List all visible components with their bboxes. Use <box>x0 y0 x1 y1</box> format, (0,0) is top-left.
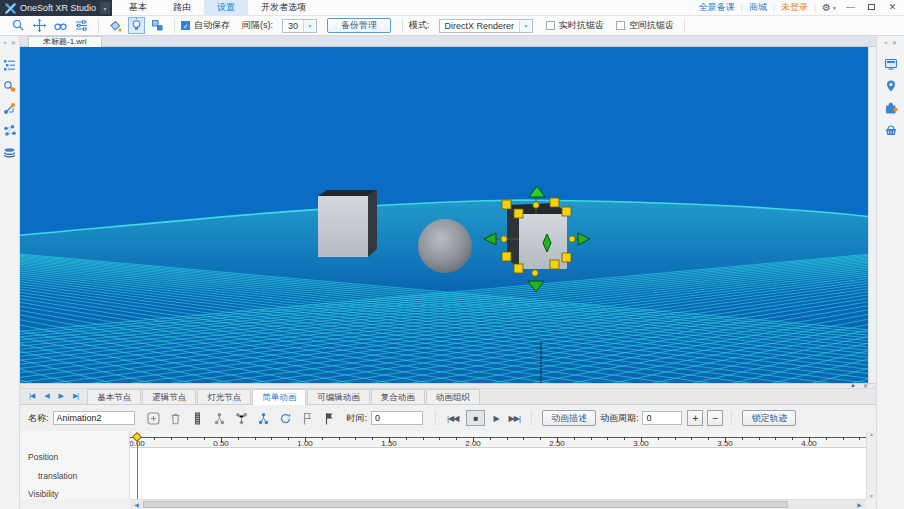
settings-gear-button[interactable]: ⚙ ▼ <box>822 2 837 13</box>
tab-light-nodes[interactable]: 灯光节点 <box>197 389 251 404</box>
rewind-button[interactable]: |◀◀ <box>447 414 458 423</box>
delete-keyframe-button[interactable] <box>167 410 184 427</box>
zoom-tool-button[interactable] <box>10 17 27 34</box>
stop-button[interactable]: ■ <box>466 410 485 426</box>
collapse-right-icon[interactable]: » <box>884 39 887 46</box>
3d-viewport[interactable] <box>20 47 868 383</box>
tab-composite-animation[interactable]: 复合动画 <box>371 389 425 404</box>
track-position[interactable]: Position <box>28 452 58 462</box>
tab-prev-button[interactable]: ◀ <box>44 392 48 400</box>
library-panel-button[interactable] <box>884 57 898 71</box>
close-panel-icon[interactable]: ✕ <box>11 39 16 46</box>
app-logo-area[interactable]: OneSoft XR Studio ▾ <box>0 0 112 16</box>
scene-search-button[interactable] <box>3 79 17 93</box>
animation-name-input[interactable] <box>53 411 135 425</box>
time-input[interactable] <box>371 411 423 425</box>
app-title: OneSoft XR Studio <box>20 3 96 13</box>
store-link[interactable]: 商城 <box>749 1 767 14</box>
view-tool-button[interactable] <box>52 17 69 34</box>
ruler-tick <box>507 437 508 440</box>
scroll-left-icon[interactable]: ◀ <box>130 501 143 508</box>
animation-describe-button[interactable]: 动画描述 <box>542 410 596 426</box>
timeline-horizontal-scrollbar[interactable]: ◀ ▶ <box>130 499 866 509</box>
scroll-down-icon[interactable]: ▼ <box>869 493 874 499</box>
auto-save-checkbox[interactable]: ✓ <box>181 21 190 30</box>
node-mode3-button[interactable] <box>255 410 272 427</box>
scrollbar-thumb[interactable] <box>143 501 788 508</box>
app-menu-caret-icon[interactable]: ▾ <box>100 2 110 14</box>
lock-track-button[interactable]: 锁定轨迹 <box>742 410 796 426</box>
ruler-tick <box>792 437 793 440</box>
fast-forward-button[interactable]: ▶▶| <box>509 414 520 423</box>
close-button[interactable]: ✕ <box>885 0 900 15</box>
timeline-ruler[interactable]: 0.000.501.001.502.002.503.003.504.00 <box>130 431 866 448</box>
track-area[interactable] <box>130 448 866 499</box>
tab-simple-animation[interactable]: 简单动画 <box>252 389 306 405</box>
light-toggle-button[interactable] <box>128 17 145 34</box>
adjust-tool-button[interactable] <box>73 17 90 34</box>
keyframe-list-button[interactable] <box>189 410 206 427</box>
backup-manage-button[interactable]: 备份管理 <box>327 18 391 33</box>
flag-start-button[interactable] <box>299 410 316 427</box>
menu-basic[interactable]: 基本 <box>116 0 160 15</box>
ruler-label: 1.00 <box>297 439 313 448</box>
add-keyframe-button[interactable] <box>145 410 162 427</box>
scene-tree-button[interactable] <box>3 57 17 71</box>
panel-close-icon[interactable]: ✕ <box>863 382 868 389</box>
plugin-panel-button[interactable] <box>884 101 898 115</box>
move-tool-button[interactable] <box>31 17 48 34</box>
render-fill-button[interactable] <box>107 17 124 34</box>
close-panel-icon[interactable]: ✕ <box>892 39 897 46</box>
track-translation[interactable]: translation <box>38 471 77 481</box>
menu-routing[interactable]: 路由 <box>160 0 204 15</box>
tab-editable-animation[interactable]: 可编辑动画 <box>307 389 370 404</box>
tab-first-button[interactable]: |◀ <box>29 392 34 400</box>
minimize-button[interactable]: — <box>843 0 858 15</box>
objects-tool-button[interactable] <box>149 17 166 34</box>
node-graph-button[interactable] <box>3 101 17 115</box>
period-input[interactable] <box>642 411 682 425</box>
ruler-label: 1.50 <box>381 439 397 448</box>
tab-basic-nodes[interactable]: 基本节点 <box>87 389 141 404</box>
restore-button[interactable] <box>864 0 879 15</box>
ruler-tick <box>742 437 743 440</box>
location-panel-button[interactable] <box>884 79 898 93</box>
layers-button[interactable] <box>3 145 17 159</box>
scene-object-box[interactable] <box>318 190 377 257</box>
realtime-aa-checkbox[interactable] <box>546 21 555 30</box>
scene-object-sphere[interactable] <box>418 219 472 273</box>
timeline-vertical-scrollbar[interactable]: ▲ ▼ <box>866 431 876 499</box>
period-increase-button[interactable]: + <box>687 410 703 426</box>
viewport-scrollbar[interactable] <box>868 47 876 383</box>
loop-button[interactable] <box>277 410 294 427</box>
tab-last-button[interactable]: ▶| <box>73 392 78 400</box>
divider <box>98 19 99 33</box>
track-visibility[interactable]: Visibility <box>28 489 59 499</box>
resource-basket-button[interactable] <box>884 123 898 137</box>
divider <box>684 19 685 33</box>
interval-select[interactable]: 30 ▼ <box>282 19 317 33</box>
panorama-link[interactable]: 全景备课 <box>699 1 735 14</box>
cluster-button[interactable] <box>3 123 17 137</box>
menu-settings[interactable]: 设置 <box>204 0 248 15</box>
playhead[interactable] <box>137 441 138 499</box>
scroll-up-icon[interactable]: ▲ <box>869 431 874 437</box>
renderer-select[interactable]: DirectX Renderer ▼ <box>439 19 534 33</box>
flag-end-button[interactable] <box>321 410 338 427</box>
scroll-right-icon[interactable]: ▶ <box>853 501 866 508</box>
tab-animation-organize[interactable]: 动画组织 <box>426 389 480 404</box>
play-button[interactable]: ▶ <box>493 414 498 423</box>
document-tab[interactable]: 未标题-1.wrl <box>28 36 102 47</box>
tab-logic-nodes[interactable]: 逻辑节点 <box>142 389 196 404</box>
tab-next-button[interactable]: ▶ <box>59 392 63 400</box>
menu-developer-options[interactable]: 开发者选项 <box>248 0 319 15</box>
document-tabstrip: 未标题-1.wrl <box>20 36 876 47</box>
node-mode-button[interactable] <box>211 410 228 427</box>
node-mode2-button[interactable] <box>233 410 250 427</box>
panel-expand-icon[interactable]: ▲ <box>850 382 856 389</box>
spatial-aa-checkbox[interactable] <box>616 21 625 30</box>
animation-toolbar: 名称: <box>20 405 876 431</box>
login-link[interactable]: 未登录 <box>781 1 808 14</box>
period-decrease-button[interactable]: − <box>707 410 723 426</box>
collapse-left-icon[interactable]: « <box>3 39 6 46</box>
